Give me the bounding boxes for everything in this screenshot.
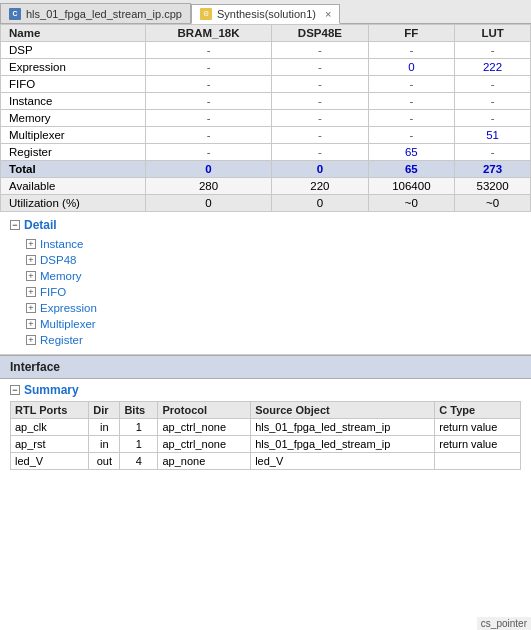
tab-close-icon[interactable]: × bbox=[325, 8, 331, 20]
utilization-row: Utilization (%)00~0~0 bbox=[1, 195, 531, 212]
col-header-dsp: DSP48E bbox=[272, 25, 368, 42]
tree-item-expand-icon[interactable]: + bbox=[26, 271, 36, 281]
summary-header: − Summary bbox=[10, 383, 521, 397]
interface-table-row: ap_rstin1ap_ctrl_nonehls_01_fpga_led_str… bbox=[11, 436, 521, 453]
tree-item-label: Memory bbox=[40, 270, 82, 282]
tree-item-expand-icon[interactable]: + bbox=[26, 255, 36, 265]
tab-bar: C hls_01_fpga_led_stream_ip.cpp ⚙ Synthe… bbox=[0, 0, 531, 24]
tree-item-label: Register bbox=[40, 334, 83, 346]
tree-item-label: Instance bbox=[40, 238, 83, 250]
interface-col-header: Source Object bbox=[251, 402, 435, 419]
resource-table: Name BRAM_18K DSP48E FF LUT DSP----Expre… bbox=[0, 24, 531, 212]
detail-section: − Detail +Instance+DSP48+Memory+FIFO+Exp… bbox=[0, 212, 531, 354]
interface-header: Interface bbox=[0, 355, 531, 379]
table-row: DSP---- bbox=[1, 42, 531, 59]
tree-item-label: FIFO bbox=[40, 286, 66, 298]
detail-expand-icon[interactable]: − bbox=[10, 220, 20, 230]
tab-synthesis[interactable]: ⚙ Synthesis(solution1) × bbox=[191, 4, 341, 24]
tree-item-label: Multiplexer bbox=[40, 318, 96, 330]
detail-tree-item[interactable]: +Expression bbox=[10, 300, 521, 316]
cpp-file-icon: C bbox=[9, 8, 21, 20]
table-row: Memory---- bbox=[1, 110, 531, 127]
synth-file-icon: ⚙ bbox=[200, 8, 212, 20]
detail-tree-item[interactable]: +FIFO bbox=[10, 284, 521, 300]
tab-synthesis-label: Synthesis(solution1) bbox=[217, 8, 316, 20]
interface-col-header: Bits bbox=[120, 402, 158, 419]
detail-tree-item[interactable]: +Memory bbox=[10, 268, 521, 284]
table-row: Multiplexer---51 bbox=[1, 127, 531, 144]
tab-cpp-label: hls_01_fpga_led_stream_ip.cpp bbox=[26, 8, 182, 20]
interface-col-header: RTL Ports bbox=[11, 402, 89, 419]
detail-header: − Detail bbox=[10, 218, 521, 232]
col-header-lut: LUT bbox=[455, 25, 531, 42]
interface-table: RTL PortsDirBitsProtocolSource ObjectC T… bbox=[10, 401, 521, 470]
tree-item-expand-icon[interactable]: + bbox=[26, 303, 36, 313]
detail-items: +Instance+DSP48+Memory+FIFO+Expression+M… bbox=[10, 236, 521, 348]
tab-cpp[interactable]: C hls_01_fpga_led_stream_ip.cpp bbox=[0, 3, 191, 23]
available-row: Available28022010640053200 bbox=[1, 178, 531, 195]
col-header-bram: BRAM_18K bbox=[145, 25, 271, 42]
tree-item-expand-icon[interactable]: + bbox=[26, 239, 36, 249]
interface-col-header: C Type bbox=[435, 402, 521, 419]
summary-label: Summary bbox=[24, 383, 79, 397]
interface-col-header: Dir bbox=[89, 402, 120, 419]
tree-item-expand-icon[interactable]: + bbox=[26, 335, 36, 345]
tree-item-expand-icon[interactable]: + bbox=[26, 319, 36, 329]
detail-label: Detail bbox=[24, 218, 57, 232]
table-row: Instance---- bbox=[1, 93, 531, 110]
detail-tree-item[interactable]: +Multiplexer bbox=[10, 316, 521, 332]
tree-item-expand-icon[interactable]: + bbox=[26, 287, 36, 297]
table-row: Expression--0222 bbox=[1, 59, 531, 76]
total-row: Total0065273 bbox=[1, 161, 531, 178]
col-header-name: Name bbox=[1, 25, 146, 42]
table-row: FIFO---- bbox=[1, 76, 531, 93]
tree-item-label: Expression bbox=[40, 302, 97, 314]
main-content: Name BRAM_18K DSP48E FF LUT DSP----Expre… bbox=[0, 24, 531, 630]
interface-col-header: Protocol bbox=[158, 402, 251, 419]
status-bar: cs_pointer bbox=[477, 617, 531, 630]
col-header-ff: FF bbox=[368, 25, 455, 42]
summary-expand-icon[interactable]: − bbox=[10, 385, 20, 395]
tree-item-label: DSP48 bbox=[40, 254, 76, 266]
summary-section: − Summary RTL PortsDirBitsProtocolSource… bbox=[0, 379, 531, 474]
interface-table-row: led_Vout4ap_noneled_V bbox=[11, 453, 521, 470]
table-row: Register--65- bbox=[1, 144, 531, 161]
interface-table-row: ap_clkin1ap_ctrl_nonehls_01_fpga_led_str… bbox=[11, 419, 521, 436]
detail-tree-item[interactable]: +Register bbox=[10, 332, 521, 348]
status-text: cs_pointer bbox=[481, 618, 527, 629]
interface-label: Interface bbox=[10, 360, 60, 374]
detail-tree-item[interactable]: +DSP48 bbox=[10, 252, 521, 268]
detail-tree-item[interactable]: +Instance bbox=[10, 236, 521, 252]
